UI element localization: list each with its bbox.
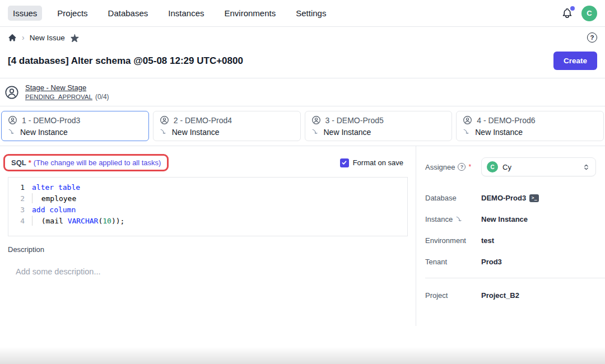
database-label: Database — [425, 194, 481, 202]
user-avatar[interactable]: C — [581, 6, 597, 21]
select-chevrons-icon — [582, 163, 590, 171]
db-engine-icon — [160, 128, 167, 136]
breadcrumb: › New Issue ? — [0, 27, 605, 48]
tenant-value: Prod3 — [481, 258, 502, 266]
assignee-value: Cy — [502, 163, 578, 171]
nav-item-issues[interactable]: Issues — [8, 6, 42, 21]
task-tab-1[interactable]: 1 - DEMO-Prod3 New Instance — [1, 111, 149, 141]
sql-editor[interactable]: 1 alter table 2 employee 3 add column 4 … — [8, 177, 408, 236]
db-engine-icon — [455, 216, 463, 223]
task-tab-4[interactable]: 4 - DEMO-Prod6 New Instance — [456, 111, 604, 141]
sql-label-annotation-box: SQL* (The change will be applied to all … — [3, 154, 169, 171]
assignee-label: Assignee ? * — [425, 163, 481, 171]
stage-name-link[interactable]: Stage - New Stage — [25, 83, 109, 92]
help-icon[interactable]: ? — [587, 32, 597, 43]
task-person-icon — [8, 115, 17, 125]
database-value: DEMO-Prod3 >_ — [481, 194, 539, 202]
code-line: 1 alter table — [8, 182, 407, 193]
task-person-icon — [311, 115, 321, 125]
breadcrumb-current[interactable]: New Issue — [30, 34, 65, 42]
stage-row: Stage - New Stage PENDING_APPROVAL (0/4) — [0, 78, 605, 106]
task-title: 2 - DEMO-Prod4 — [174, 116, 232, 125]
task-person-icon — [463, 115, 472, 125]
stage-person-icon — [4, 85, 19, 100]
open-sql-editor-icon[interactable]: >_ — [529, 194, 539, 202]
stage-status-link[interactable]: PENDING_APPROVAL — [25, 94, 92, 100]
task-title: 1 - DEMO-Prod3 — [22, 116, 80, 125]
sql-label: SQL — [11, 158, 26, 167]
project-label: Project — [425, 291, 481, 300]
description-label: Description — [8, 245, 408, 254]
page-title: [4 databases] Alter schema @05-08 12:29 … — [8, 55, 243, 67]
assignee-select[interactable]: C Cy — [481, 157, 596, 176]
task-title: 4 - DEMO-Prod6 — [477, 116, 535, 125]
assignee-help-icon[interactable]: ? — [458, 163, 466, 171]
assignee-avatar: C — [487, 161, 498, 172]
environment-value: test — [481, 236, 494, 245]
favorite-star-icon[interactable] — [70, 33, 79, 42]
task-title: 3 - DEMO-Prod5 — [325, 116, 384, 125]
code-line: 3 add column — [8, 204, 407, 216]
notification-dot — [570, 6, 575, 11]
tenant-label: Tenant — [425, 258, 481, 266]
description-input[interactable]: Add some description... — [16, 267, 408, 276]
code-line: 2 employee — [8, 193, 407, 204]
notification-bell-icon[interactable] — [560, 7, 574, 20]
create-button[interactable]: Create — [553, 52, 597, 70]
db-engine-icon — [311, 128, 319, 136]
nav-item-databases[interactable]: Databases — [103, 6, 153, 21]
nav-item-environments[interactable]: Environments — [219, 6, 281, 21]
nav-item-projects[interactable]: Projects — [52, 6, 92, 21]
task-subtitle: New Instance — [20, 128, 68, 137]
panel-divider — [425, 278, 605, 278]
task-subtitle: New Instance — [172, 128, 220, 137]
stage-progress: (0/4) — [95, 93, 109, 101]
task-person-icon — [160, 115, 169, 125]
project-value: Project_B2 — [481, 291, 519, 300]
task-tab-2[interactable]: 2 - DEMO-Prod4 New Instance — [153, 111, 301, 141]
assignee-required-mark: * — [468, 163, 471, 171]
chevron-right-icon: › — [22, 33, 25, 42]
code-line: 4 (mail VARCHAR(10)); — [8, 216, 407, 227]
task-tabs: 1 - DEMO-Prod3 New Instance 2 - DEMO-Pro… — [0, 106, 605, 146]
task-subtitle: New Instance — [324, 128, 371, 137]
task-subtitle: New Instance — [475, 128, 523, 137]
nav-item-instances[interactable]: Instances — [163, 6, 209, 21]
task-tab-3[interactable]: 3 - DEMO-Prod5 New Instance — [305, 111, 453, 141]
instance-label: Instance — [425, 215, 481, 223]
sql-note: (The change will be applied to all tasks… — [34, 158, 161, 167]
required-mark: * — [29, 158, 31, 167]
environment-label: Environment — [425, 236, 481, 245]
home-icon[interactable] — [8, 33, 17, 42]
db-engine-icon — [8, 128, 16, 136]
instance-value: New Instance — [481, 215, 528, 223]
nav-items: Issues Projects Databases Instances Envi… — [8, 6, 331, 21]
bottom-shadow — [0, 347, 605, 364]
nav-item-settings[interactable]: Settings — [291, 6, 331, 21]
format-on-save-toggle[interactable]: Format on save — [340, 158, 403, 167]
title-row: [4 databases] Alter schema @05-08 12:29 … — [0, 48, 605, 78]
issue-side-panel: Assignee ? * C Cy Database DEMO-Prod3 >_ — [416, 146, 605, 326]
top-navigation: Issues Projects Databases Instances Envi… — [0, 0, 605, 27]
db-engine-icon — [463, 128, 471, 136]
format-on-save-checkbox[interactable] — [340, 158, 349, 167]
format-on-save-label[interactable]: Format on save — [353, 158, 403, 167]
